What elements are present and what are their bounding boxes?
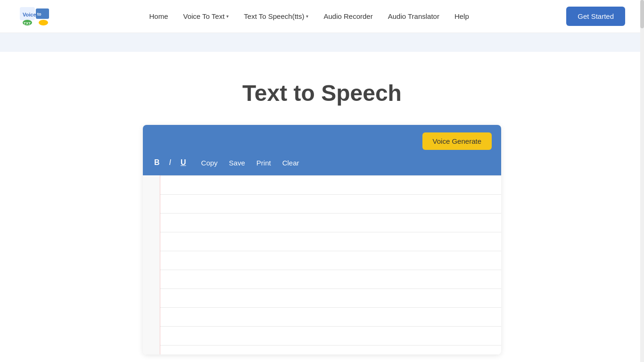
lined-paper <box>143 175 501 354</box>
editor-toolbar: Voice Generate B I U Copy Save Print Cle… <box>143 125 501 175</box>
sub-header <box>0 33 644 52</box>
logo[interactable]: Voice to TXT <box>19 5 52 28</box>
save-button[interactable]: Save <box>227 158 247 168</box>
logo-image: Voice to TXT <box>19 5 52 28</box>
svg-text:Voice: Voice <box>23 12 36 17</box>
main-content: Text to Speech Voice Generate B I U Copy… <box>0 52 644 362</box>
paper-margin-left-bg <box>143 175 160 354</box>
copy-button[interactable]: Copy <box>199 158 220 168</box>
nav-voice-to-text-label: Voice To Text <box>183 12 225 20</box>
toolbar-top: Voice Generate <box>152 132 492 150</box>
nav-audio-recorder[interactable]: Audio Recorder <box>323 12 372 20</box>
chevron-down-icon: ▾ <box>226 14 229 19</box>
clear-button[interactable]: Clear <box>281 158 301 168</box>
chevron-down-icon: ▾ <box>306 14 308 19</box>
print-button[interactable]: Print <box>255 158 273 168</box>
svg-point-5 <box>39 20 48 25</box>
italic-button[interactable]: I <box>167 157 173 168</box>
svg-text:to: to <box>37 12 41 16</box>
editor-container: Voice Generate B I U Copy Save Print Cle… <box>143 125 501 354</box>
page-scrollbar[interactable] <box>640 0 644 362</box>
nav-text-to-speech[interactable]: Text To Speech(tts) ▾ <box>244 12 308 20</box>
toolbar-actions: Copy Save Print Clear <box>199 158 301 168</box>
page-title: Text to Speech <box>242 80 402 106</box>
nav-help[interactable]: Help <box>454 12 469 20</box>
nav-voice-to-text[interactable]: Voice To Text ▾ <box>183 12 229 20</box>
bold-button[interactable]: B <box>152 157 162 168</box>
nav-home-label: Home <box>149 12 168 20</box>
voice-generate-button[interactable]: Voice Generate <box>422 132 492 150</box>
toolbar-bottom: B I U Copy Save Print Clear <box>152 157 492 168</box>
underline-button[interactable]: U <box>179 157 188 168</box>
nav-audio-translator[interactable]: Audio Translator <box>388 12 439 20</box>
navbar-links: Home Voice To Text ▾ Text To Speech(tts)… <box>149 12 469 20</box>
navbar: Voice to TXT Home Voice To Text ▾ Text T… <box>0 0 644 33</box>
editor-area <box>143 175 501 354</box>
nav-audio-recorder-label: Audio Recorder <box>323 12 372 20</box>
svg-text:TXT: TXT <box>24 21 31 25</box>
nav-help-label: Help <box>454 12 469 20</box>
text-input[interactable] <box>160 175 501 354</box>
get-started-button[interactable]: Get Started <box>566 7 625 26</box>
nav-audio-translator-label: Audio Translator <box>388 12 439 20</box>
nav-text-to-speech-label: Text To Speech(tts) <box>244 12 304 20</box>
scrollbar-thumb[interactable] <box>640 0 644 28</box>
format-buttons: B I U <box>152 157 188 168</box>
nav-home[interactable]: Home <box>149 12 168 20</box>
